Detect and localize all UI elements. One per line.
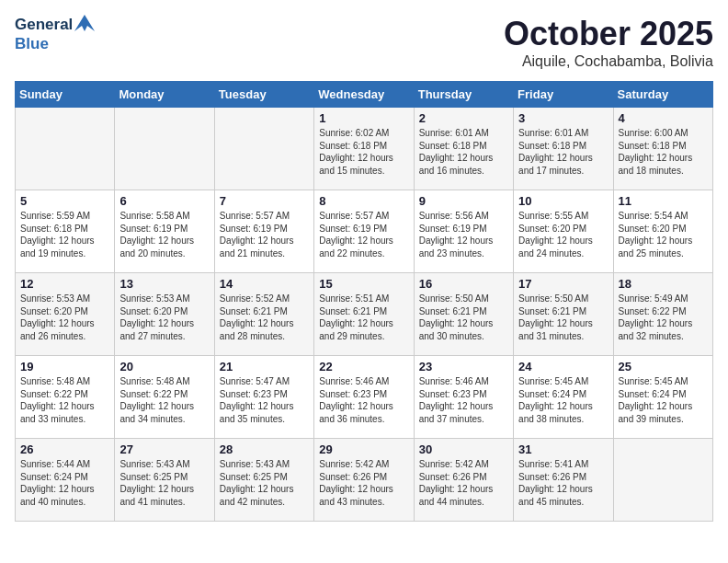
calendar-cell: 18Sunrise: 5:49 AMSunset: 6:22 PMDayligh…: [613, 273, 712, 356]
calendar-cell: 16Sunrise: 5:50 AMSunset: 6:21 PMDayligh…: [414, 273, 513, 356]
cell-info: Sunrise: 5:53 AMSunset: 6:20 PMDaylight:…: [119, 293, 209, 342]
cell-info: Sunrise: 5:50 AMSunset: 6:21 PMDaylight:…: [518, 293, 608, 342]
calendar-cell: 8Sunrise: 5:57 AMSunset: 6:19 PMDaylight…: [314, 190, 414, 273]
calendar-header-row: SundayMondayTuesdayWednesdayThursdayFrid…: [16, 82, 713, 108]
day-number: 29: [319, 442, 408, 456]
calendar-cell: 7Sunrise: 5:57 AMSunset: 6:19 PMDaylight…: [214, 190, 313, 273]
calendar-cell: 10Sunrise: 5:55 AMSunset: 6:20 PMDayligh…: [514, 190, 613, 273]
day-number: 8: [319, 194, 408, 208]
day-number: 16: [419, 277, 508, 291]
calendar-cell: 24Sunrise: 5:45 AMSunset: 6:24 PMDayligh…: [514, 356, 613, 439]
calendar-week-row: 5Sunrise: 5:59 AMSunset: 6:18 PMDaylight…: [16, 190, 713, 273]
day-number: 18: [619, 277, 708, 291]
day-number: 25: [619, 360, 708, 373]
weekday-header: Thursday: [414, 82, 513, 108]
cell-info: Sunrise: 5:50 AMSunset: 6:21 PMDaylight:…: [419, 293, 508, 342]
calendar-cell: [115, 108, 214, 190]
cell-info: Sunrise: 5:59 AMSunset: 6:18 PMDaylight:…: [20, 210, 109, 259]
cell-info: Sunrise: 5:51 AMSunset: 6:21 PMDaylight:…: [319, 293, 408, 342]
cell-info: Sunrise: 5:57 AMSunset: 6:19 PMDaylight:…: [319, 210, 408, 259]
cell-info: Sunrise: 5:46 AMSunset: 6:23 PMDaylight:…: [319, 375, 408, 425]
calendar-cell: 11Sunrise: 5:54 AMSunset: 6:20 PMDayligh…: [613, 190, 712, 273]
calendar-cell: 15Sunrise: 5:51 AMSunset: 6:21 PMDayligh…: [314, 273, 414, 356]
calendar-cell: 22Sunrise: 5:46 AMSunset: 6:23 PMDayligh…: [314, 356, 414, 439]
day-number: 3: [518, 111, 608, 125]
day-number: 21: [220, 360, 309, 373]
cell-info: Sunrise: 5:43 AMSunset: 6:25 PMDaylight:…: [220, 458, 309, 508]
logo-text-line2: Blue: [15, 36, 95, 53]
calendar-cell: 20Sunrise: 5:48 AMSunset: 6:22 PMDayligh…: [115, 356, 214, 439]
day-number: 5: [20, 194, 109, 208]
calendar-cell: 2Sunrise: 6:01 AMSunset: 6:18 PMDaylight…: [414, 108, 513, 190]
calendar-cell: 14Sunrise: 5:52 AMSunset: 6:21 PMDayligh…: [214, 273, 313, 356]
cell-info: Sunrise: 5:46 AMSunset: 6:23 PMDaylight:…: [419, 375, 508, 425]
calendar-cell: 25Sunrise: 5:45 AMSunset: 6:24 PMDayligh…: [613, 356, 712, 439]
cell-info: Sunrise: 5:52 AMSunset: 6:21 PMDaylight:…: [220, 293, 309, 342]
cell-info: Sunrise: 6:00 AMSunset: 6:18 PMDaylight:…: [619, 127, 708, 177]
cell-info: Sunrise: 5:42 AMSunset: 6:26 PMDaylight:…: [319, 458, 408, 508]
svg-marker-0: [74, 15, 95, 31]
cell-info: Sunrise: 5:45 AMSunset: 6:24 PMDaylight:…: [619, 375, 708, 425]
cell-info: Sunrise: 5:49 AMSunset: 6:22 PMDaylight:…: [619, 293, 708, 342]
calendar-cell: 29Sunrise: 5:42 AMSunset: 6:26 PMDayligh…: [314, 439, 414, 522]
day-number: 6: [119, 194, 209, 208]
day-number: 30: [419, 442, 508, 456]
day-number: 13: [119, 277, 209, 291]
day-number: 4: [619, 111, 708, 125]
day-number: 14: [220, 277, 309, 291]
day-number: 22: [319, 360, 408, 373]
calendar-cell: 12Sunrise: 5:53 AMSunset: 6:20 PMDayligh…: [16, 273, 115, 356]
cell-info: Sunrise: 6:01 AMSunset: 6:18 PMDaylight:…: [419, 127, 508, 177]
logo-text-line1: General: [15, 15, 95, 36]
day-number: 9: [419, 194, 508, 208]
calendar-cell: 13Sunrise: 5:53 AMSunset: 6:20 PMDayligh…: [115, 273, 214, 356]
cell-info: Sunrise: 5:43 AMSunset: 6:25 PMDaylight:…: [119, 458, 209, 508]
day-number: 19: [20, 360, 109, 373]
cell-info: Sunrise: 6:01 AMSunset: 6:18 PMDaylight:…: [518, 127, 608, 177]
calendar-cell: 19Sunrise: 5:48 AMSunset: 6:22 PMDayligh…: [16, 356, 115, 439]
calendar-cell: 23Sunrise: 5:46 AMSunset: 6:23 PMDayligh…: [414, 356, 513, 439]
weekday-header: Friday: [514, 82, 613, 108]
calendar-cell: 9Sunrise: 5:56 AMSunset: 6:19 PMDaylight…: [414, 190, 513, 273]
calendar-cell: 28Sunrise: 5:43 AMSunset: 6:25 PMDayligh…: [214, 439, 313, 522]
calendar-cell: 4Sunrise: 6:00 AMSunset: 6:18 PMDaylight…: [613, 108, 712, 190]
logo-bird-icon: [74, 15, 95, 31]
cell-info: Sunrise: 5:55 AMSunset: 6:20 PMDaylight:…: [518, 210, 608, 259]
calendar-cell: 1Sunrise: 6:02 AMSunset: 6:18 PMDaylight…: [314, 108, 414, 190]
calendar-cell: 31Sunrise: 5:41 AMSunset: 6:26 PMDayligh…: [514, 439, 613, 522]
calendar-cell: 5Sunrise: 5:59 AMSunset: 6:18 PMDaylight…: [16, 190, 115, 273]
calendar-cell: 3Sunrise: 6:01 AMSunset: 6:18 PMDaylight…: [514, 108, 613, 190]
day-number: 11: [619, 194, 708, 208]
cell-info: Sunrise: 5:54 AMSunset: 6:20 PMDaylight:…: [619, 210, 708, 259]
cell-info: Sunrise: 5:57 AMSunset: 6:19 PMDaylight:…: [220, 210, 309, 259]
day-number: 1: [319, 111, 408, 125]
day-number: 10: [518, 194, 608, 208]
weekday-header: Tuesday: [214, 82, 313, 108]
day-number: 28: [220, 442, 309, 456]
cell-info: Sunrise: 5:45 AMSunset: 6:24 PMDaylight:…: [518, 375, 608, 425]
day-number: 7: [220, 194, 309, 208]
location-subtitle: Aiquile, Cochabamba, Bolivia: [504, 53, 713, 70]
cell-info: Sunrise: 5:53 AMSunset: 6:20 PMDaylight:…: [20, 293, 109, 342]
calendar-cell: 26Sunrise: 5:44 AMSunset: 6:24 PMDayligh…: [16, 439, 115, 522]
day-number: 2: [419, 111, 508, 125]
weekday-header: Wednesday: [314, 82, 414, 108]
cell-info: Sunrise: 6:02 AMSunset: 6:18 PMDaylight:…: [319, 127, 408, 177]
calendar-week-row: 19Sunrise: 5:48 AMSunset: 6:22 PMDayligh…: [16, 356, 713, 439]
cell-info: Sunrise: 5:48 AMSunset: 6:22 PMDaylight:…: [119, 375, 209, 425]
day-number: 31: [518, 442, 608, 456]
calendar-cell: 27Sunrise: 5:43 AMSunset: 6:25 PMDayligh…: [115, 439, 214, 522]
calendar-cell: 30Sunrise: 5:42 AMSunset: 6:26 PMDayligh…: [414, 439, 513, 522]
day-number: 20: [119, 360, 209, 373]
cell-info: Sunrise: 5:44 AMSunset: 6:24 PMDaylight:…: [20, 458, 109, 508]
day-number: 15: [319, 277, 408, 291]
calendar-body: 1Sunrise: 6:02 AMSunset: 6:18 PMDaylight…: [16, 108, 713, 522]
cell-info: Sunrise: 5:42 AMSunset: 6:26 PMDaylight:…: [419, 458, 508, 508]
calendar-cell: [16, 108, 115, 190]
page-header: General Blue October 2025 Aiquile, Cocha…: [15, 15, 713, 70]
day-number: 23: [419, 360, 508, 373]
day-number: 12: [20, 277, 109, 291]
cell-info: Sunrise: 5:41 AMSunset: 6:26 PMDaylight:…: [518, 458, 608, 508]
calendar-cell: [214, 108, 313, 190]
month-title: October 2025: [504, 15, 713, 53]
